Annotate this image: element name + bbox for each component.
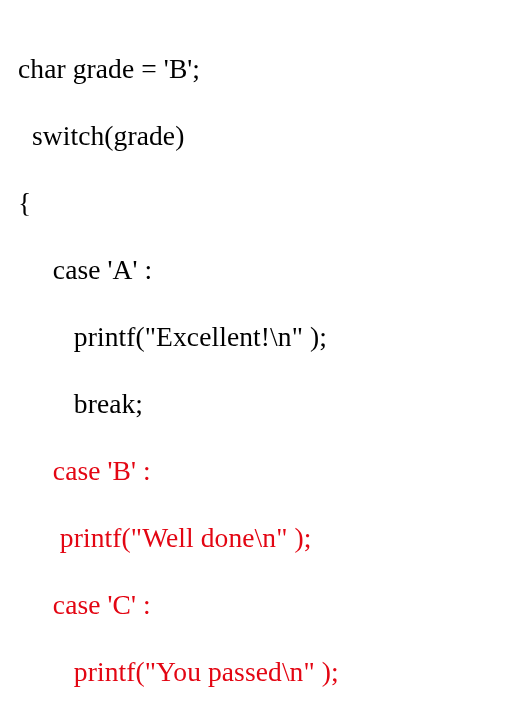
code-line-highlighted: case 'C' :: [18, 588, 506, 622]
code-block: char grade = 'B'; switch(grade) { case '…: [0, 0, 516, 706]
code-line: break;: [18, 387, 506, 421]
code-line: char grade = 'B';: [18, 52, 506, 86]
code-line: switch(grade): [18, 119, 506, 153]
code-line-highlighted: printf("You passed\n" );: [18, 655, 506, 689]
code-line: {: [18, 186, 506, 220]
code-line: printf("Excellent!\n" );: [18, 320, 506, 354]
code-line: case 'A' :: [18, 253, 506, 287]
code-line-highlighted: case 'B' :: [18, 454, 506, 488]
code-line-highlighted: printf("Well done\n" );: [18, 521, 506, 555]
